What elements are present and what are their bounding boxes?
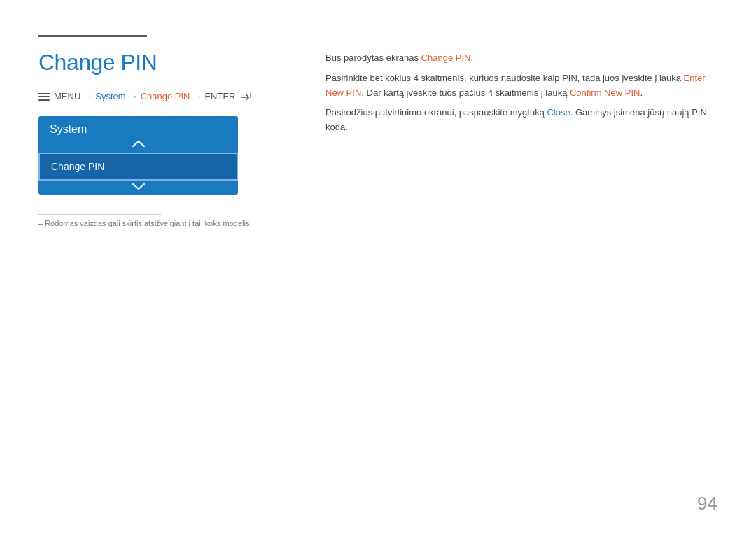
breadcrumb: MENU → System → Change PIN → ENTER	[38, 91, 290, 102]
sep2: →	[129, 91, 138, 101]
main-content: Change PIN MENU → System → Change PIN → …	[38, 50, 718, 506]
top-rule-light	[147, 36, 718, 36]
footnote-rule	[38, 214, 161, 215]
desc-line2-mid: . Dar kartą įveskite tuos pačius 4 skait…	[361, 87, 570, 98]
menu-bars-icon	[38, 93, 50, 101]
chevron-up-icon[interactable]	[50, 139, 227, 150]
menu-icon	[38, 91, 51, 101]
right-column: Bus parodytas ekranas Change PIN. Pasiri…	[318, 50, 718, 506]
top-rules	[38, 35, 718, 37]
breadcrumb-menu: MENU	[54, 91, 80, 101]
sep1: →	[83, 91, 92, 101]
footnote-text: – Rodomas vaizdas gali skirtis atsižvelg…	[38, 219, 290, 227]
description-line2: Pasirinkite bet kokius 4 skaitmenis, kur…	[326, 71, 718, 101]
desc-line2-highlight2: Confirm New PIN	[570, 87, 640, 98]
chevron-down-icon[interactable]	[38, 181, 238, 195]
desc-line1-highlight: Change PIN	[421, 52, 471, 63]
system-panel: System Change PIN	[38, 116, 238, 195]
desc-line2-end: .	[640, 87, 643, 98]
description-line3: Pasirodžius patvirtinimo ekranui, paspau…	[326, 106, 718, 135]
top-rule-dark	[38, 35, 147, 37]
change-pin-menu-item[interactable]: Change PIN	[38, 153, 238, 181]
description-block: Bus parodytas ekranas Change PIN. Pasiri…	[326, 51, 718, 135]
description-line1: Bus parodytas ekranas Change PIN.	[326, 51, 718, 66]
enter-icon	[239, 91, 253, 102]
footnote-area: – Rodomas vaizdas gali skirtis atsižvelg…	[38, 214, 290, 227]
left-column: Change PIN MENU → System → Change PIN → …	[38, 50, 318, 506]
system-panel-title: System	[50, 123, 87, 139]
system-panel-header: System	[38, 116, 238, 153]
desc-line1-suffix: .	[470, 52, 473, 63]
breadcrumb-change-pin: Change PIN	[141, 91, 190, 101]
breadcrumb-enter: ENTER	[204, 91, 235, 101]
page-number: 94	[697, 493, 718, 514]
page-container: Change PIN MENU → System → Change PIN → …	[0, 0, 756, 534]
desc-line3-prefix: Pasirodžius patvirtinimo ekranui, paspau…	[326, 107, 547, 118]
sep3: →	[192, 91, 202, 101]
page-title: Change PIN	[38, 50, 290, 76]
breadcrumb-system: System	[95, 91, 125, 101]
desc-line3-highlight: Close	[547, 107, 570, 118]
desc-line2-text: Pasirinkite bet kokius 4 skaitmenis, kur…	[326, 73, 684, 83]
desc-line1-prefix: Bus parodytas ekranas	[326, 52, 421, 63]
